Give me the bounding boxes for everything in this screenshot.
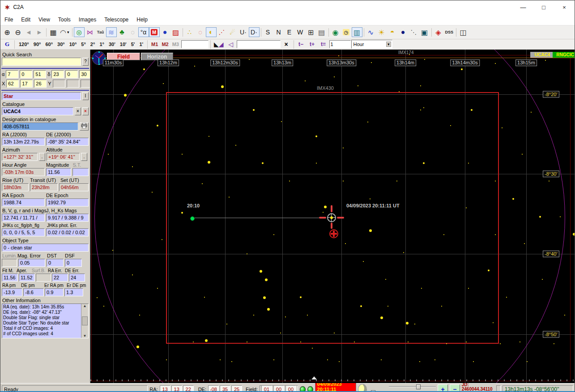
field-size-1[interactable]: 00 xyxy=(273,385,284,392)
south-button[interactable]: S xyxy=(263,27,273,37)
object-info-button[interactable]: I xyxy=(82,92,89,100)
grid-toggle-button[interactable]: ▦ xyxy=(48,27,59,37)
fov-preset-120deg[interactable]: 120° xyxy=(17,41,31,48)
comets-button[interactable]: ☄ xyxy=(227,27,238,37)
dss-image-button[interactable]: DSS xyxy=(444,27,455,37)
fov-preset-5deg[interactable]: 5° xyxy=(79,41,88,48)
close-button[interactable]: × xyxy=(554,0,575,14)
time-now-button[interactable]: t= xyxy=(318,39,329,49)
observatory-dome-button[interactable]: ◠▾ xyxy=(59,27,71,37)
azimuth-detail-button[interactable]: . xyxy=(39,153,45,161)
quick-search-input[interactable] xyxy=(2,58,81,66)
ra-field-0[interactable]: 13 xyxy=(160,385,170,392)
history-back-button[interactable]: ◄ xyxy=(23,27,34,37)
menu-images[interactable]: Images xyxy=(75,15,100,25)
designation-field[interactable]: 408-057811 xyxy=(2,122,78,131)
galaxies-button[interactable]: ◌ xyxy=(195,27,206,37)
field-size-0[interactable]: 01 xyxy=(261,385,272,392)
x2-input[interactable] xyxy=(20,80,33,88)
print-button[interactable] xyxy=(80,122,89,131)
ra-hours-input[interactable] xyxy=(6,70,18,78)
zoom-in-button[interactable]: ⊕ xyxy=(2,27,13,37)
time-forward-button[interactable]: t+ xyxy=(307,39,318,49)
catalogue-prev-button[interactable]: × xyxy=(75,107,81,115)
asteroids-button[interactable]: ⋰ xyxy=(217,27,227,37)
night-mode-button[interactable]: ● xyxy=(398,27,409,37)
menu-tools[interactable]: Tools xyxy=(54,15,75,25)
scrollbar-thumb[interactable] xyxy=(82,316,88,325)
north-button[interactable]: N xyxy=(273,27,284,37)
time-slider-2[interactable] xyxy=(369,390,436,392)
nebula-outlines-button[interactable]: ▨ xyxy=(170,27,181,37)
dwarf-planet-labels-button[interactable]: D· xyxy=(249,27,260,37)
other-info-listbox[interactable]: RA (eq. date): 13h 14m 35.85sDE (eq. dat… xyxy=(2,303,89,338)
clear-filter-button[interactable]: × xyxy=(281,39,292,49)
de-field-1[interactable]: 35 xyxy=(220,385,230,392)
de-field-2[interactable]: 25 xyxy=(231,385,242,392)
minimize-button[interactable]: — xyxy=(513,0,533,14)
fov-preset-30min[interactable]: 30' xyxy=(106,41,118,48)
fov-preset-1deg[interactable]: 1° xyxy=(97,41,106,48)
filter-input[interactable] xyxy=(237,40,281,48)
telescope-control-button[interactable]: ◫ xyxy=(458,27,469,37)
control-panel-button[interactable]: ▥ xyxy=(352,27,362,37)
de-field-0[interactable]: -08 xyxy=(208,385,219,392)
x1-input[interactable] xyxy=(6,80,19,88)
sky-chart[interactable]: IMX174 IMX430 Field Horizon UCAC4 RNGCIC… xyxy=(90,50,575,383)
time-clock-button[interactable]: ◷ xyxy=(341,27,352,37)
zoom-out-button[interactable]: ⊖ xyxy=(13,27,23,37)
messier-labels-button[interactable]: M xyxy=(149,27,160,37)
dec-minutes-input[interactable] xyxy=(65,70,78,78)
fov-preset-30deg[interactable]: 30° xyxy=(55,41,67,48)
moon-phase-button[interactable]: ◐ xyxy=(206,27,217,37)
ra-seconds-input[interactable] xyxy=(34,70,46,78)
altitude-detail-button[interactable]: . xyxy=(81,153,87,161)
memory-view-m2[interactable]: M2 xyxy=(160,41,170,48)
memory-view-m3[interactable]: M3 xyxy=(170,41,181,48)
fov-preset-60deg[interactable]: 60° xyxy=(43,41,55,48)
search-help-button[interactable]: ? xyxy=(82,58,89,66)
slider-thumb[interactable] xyxy=(371,390,375,392)
catalogue-field[interactable]: UCAC4 xyxy=(2,107,73,115)
time-slider-marker[interactable] xyxy=(311,376,317,379)
menu-edit[interactable]: Edit xyxy=(17,15,34,25)
zoom-out-field-button[interactable]: − xyxy=(450,384,460,392)
fov-preset-2deg[interactable]: 2° xyxy=(88,41,98,48)
y3-input[interactable] xyxy=(81,80,90,88)
pan-view-button[interactable]: ⊞ xyxy=(306,27,316,37)
scroll-up-icon[interactable]: ▲ xyxy=(83,304,87,308)
sun-button[interactable]: ☀ xyxy=(376,27,387,37)
history-forward-button[interactable]: ► xyxy=(34,27,45,37)
memory-view-m1[interactable]: M1 xyxy=(149,41,160,48)
center-target-button[interactable]: ◎ xyxy=(74,27,85,37)
time-slider-1[interactable] xyxy=(389,384,436,388)
constellation-boundaries-button[interactable]: ◌ xyxy=(128,27,138,37)
dec-seconds-input[interactable] xyxy=(79,70,90,78)
east-button[interactable]: E xyxy=(284,27,295,37)
scroll-down-icon[interactable]: ▼ xyxy=(83,334,87,338)
other-info-scrollbar[interactable]: ▲ ▼ xyxy=(81,304,88,338)
fov-preset-90deg[interactable]: 90° xyxy=(31,41,43,48)
catalogue-next-button[interactable]: × xyxy=(82,107,89,115)
flip-vertical-button[interactable]: ◁ xyxy=(226,39,236,49)
menu-view[interactable]: View xyxy=(34,15,54,25)
menu-telescope[interactable]: Telescope xyxy=(100,15,132,25)
satellite-track-button[interactable]: ⋱ xyxy=(409,27,419,37)
horizon-line-button[interactable]: ▤ xyxy=(316,27,327,37)
zoom-in-field-button[interactable]: + xyxy=(438,384,448,392)
y2-input[interactable] xyxy=(67,80,79,88)
star-clusters-button[interactable]: ∴ xyxy=(184,27,195,37)
fov-preset-10deg[interactable]: 10° xyxy=(67,41,79,48)
time-unit-select[interactable]: Hour ▾ xyxy=(351,40,392,49)
time-step-input[interactable] xyxy=(329,40,351,48)
milky-way-button[interactable]: ≋ xyxy=(106,27,117,37)
light-curve-button[interactable]: ∿ xyxy=(366,27,376,37)
maximize-button[interactable]: □ xyxy=(533,0,554,14)
y1-input[interactable] xyxy=(53,80,65,88)
west-button[interactable]: W xyxy=(295,27,306,37)
ra-field-1[interactable]: 13 xyxy=(171,385,182,392)
twilight-button[interactable]: ◓ xyxy=(387,27,398,37)
fov-preset-5min[interactable]: 5' xyxy=(129,41,137,48)
ra-field-2[interactable]: 22 xyxy=(183,385,194,392)
ccd-frame-button[interactable]: ◈ xyxy=(433,27,444,37)
